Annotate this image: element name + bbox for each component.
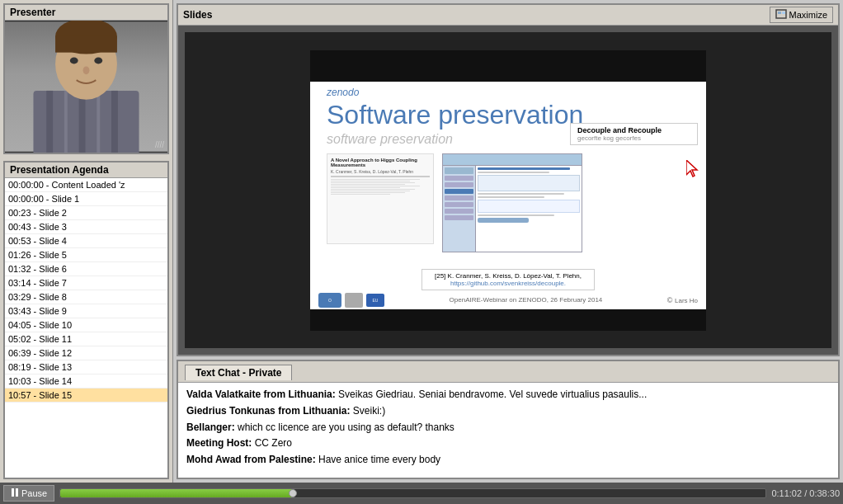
maximize-icon [775, 9, 787, 21]
maximize-label: Maximize [789, 10, 827, 20]
footer-logos: O EU [318, 293, 384, 308]
chat-sender: Valda Valatkaite from Lithuania: [186, 389, 336, 400]
agenda-item[interactable]: 05:02 - Slide 11 [5, 332, 167, 346]
ss-sidebar [443, 166, 476, 252]
slide-wrapper: zenodo Software preservation software pr… [185, 32, 831, 348]
chat-messages[interactable]: Valda Valatkaite from Lithuania: Sveikas… [178, 383, 838, 478]
slide-frame: zenodo Software preservation software pr… [310, 50, 706, 331]
slide-top-bar [310, 50, 706, 82]
svg-rect-18 [12, 488, 14, 497]
svg-point-13 [83, 66, 90, 74]
ss-main [476, 166, 582, 252]
maximize-button[interactable]: Maximize [770, 7, 833, 23]
agenda-item[interactable]: 04:05 - Slide 10 [5, 318, 167, 332]
decouple-subtitle: gecorfte kog gecorfes [577, 134, 690, 142]
slide-bottom-bar [310, 309, 706, 331]
agenda-item[interactable]: 00:43 - Slide 3 [5, 220, 167, 234]
presenter-video: //// [5, 21, 167, 153]
pause-icon [11, 488, 19, 499]
time-current: 0:11:02 [771, 488, 802, 498]
citation-author: [25] K. Cranmer, S. Kreiss, D. López-Val… [429, 272, 587, 280]
agenda-item[interactable]: 01:32 - Slide 6 [5, 262, 167, 276]
agenda-item[interactable]: 03:29 - Slide 8 [5, 290, 167, 304]
chat-message: Meeting Host: CC Zero [186, 436, 830, 450]
left-panel: Presenter [0, 0, 173, 483]
agenda-item[interactable]: 03:14 - Slide 7 [5, 276, 167, 290]
citation-link: https://github.com/svenkreiss/decouple. [429, 280, 587, 287]
agenda-item[interactable]: 00:00:00 - Content Loaded 'z [5, 178, 167, 192]
presenter-title: Presenter [5, 5, 167, 21]
agenda-item[interactable]: 03:43 - Slide 9 [5, 304, 167, 318]
slide-body: zenodo Software preservation software pr… [310, 82, 706, 257]
slide-display: zenodo Software preservation software pr… [178, 26, 838, 355]
agenda-section: Presentation Agenda 00:00:00 - Content L… [3, 161, 169, 479]
svg-point-11 [70, 58, 78, 64]
ss-top-bar [443, 154, 582, 166]
pause-button[interactable]: Pause [3, 485, 54, 502]
agenda-item[interactable]: 00:23 - Slide 2 [5, 206, 167, 220]
progress-bar[interactable] [59, 488, 766, 498]
svg-rect-16 [782, 12, 785, 14]
slide-footer: O EU OpenAIRE-Webinar on ZENODO, 26 Febr… [310, 293, 706, 308]
footer-right-text: © Lars Ho [667, 296, 698, 304]
slide-zenodo-logo: zenodo [327, 87, 690, 98]
agenda-item[interactable]: 00:53 - Slide 4 [5, 234, 167, 248]
svg-point-12 [94, 58, 102, 64]
agenda-item[interactable]: 10:03 - Slide 14 [5, 374, 167, 389]
decouple-title: Decouple and Recouple [577, 126, 690, 134]
chat-title-tab[interactable]: Text Chat - Private [185, 365, 292, 380]
slides-header: Slides Maximize [178, 5, 838, 26]
chat-header: Text Chat - Private [178, 361, 838, 383]
chat-message: Valda Valatkaite from Lithuania: Sveikas… [186, 388, 830, 402]
slide-citation-box: [25] K. Cranmer, S. Kreiss, D. López-Val… [422, 269, 595, 290]
time-display: 0:11:02 / 0:38:30 [771, 488, 840, 498]
agenda-item[interactable]: 01:26 - Slide 5 [5, 248, 167, 262]
chat-text: Sveiki:) [350, 405, 385, 417]
presenter-section: Presenter [3, 3, 169, 154]
agenda-item[interactable]: 08:19 - Slide 13 [5, 360, 167, 374]
chat-sender: Giedrius Tonkunas from Lithuania: [186, 405, 350, 417]
chat-text: CC Zero [252, 437, 292, 449]
chat-message: Bellanger: which cc licence are you usin… [186, 421, 830, 435]
svg-marker-17 [686, 160, 697, 177]
chat-text: Sveikas Giedriau. Seniai bendravome. Vel… [336, 389, 648, 400]
slides-title: Slides [183, 9, 212, 21]
agenda-item[interactable]: 06:39 - Slide 12 [5, 346, 167, 360]
agenda-title: Presentation Agenda [5, 163, 167, 178]
pause-label: Pause [21, 488, 47, 498]
ss-body [443, 166, 582, 252]
progress-fill [60, 489, 293, 497]
chat-sender: Meeting Host: [186, 437, 252, 449]
chat-section: Text Chat - Private Valda Valatkaite fro… [177, 360, 840, 479]
slide-screenshot [442, 153, 582, 252]
bottom-bar: Pause 0:11:02 / 0:38:30 [0, 483, 843, 504]
chat-message: Mohd Awad from Palestine: Have anice tim… [186, 453, 830, 467]
cursor-icon [686, 160, 699, 178]
right-panel: Slides Maximize [173, 0, 843, 483]
agenda-item[interactable]: 00:00:00 - Slide 1 [5, 192, 167, 206]
chat-sender: Mohd Awad from Palestine: [186, 454, 316, 465]
agenda-list[interactable]: 00:00:00 - Content Loaded 'z00:00:00 - S… [5, 178, 167, 478]
chat-message: Giedrius Tonkunas from Lithuania: Sveiki… [186, 404, 830, 418]
chat-text: Have anice time every body [316, 454, 440, 465]
svg-rect-10 [55, 36, 117, 53]
agenda-item[interactable]: 10:57 - Slide 15 [5, 389, 167, 403]
presenter-video-svg [5, 21, 167, 153]
progress-handle[interactable] [289, 489, 297, 497]
video-overlay-lines: //// [155, 140, 164, 149]
svg-rect-19 [16, 488, 18, 497]
slide-paper-preview: A Novel Approach to Higgs Coupling Measu… [327, 153, 434, 244]
slide-inner: A Novel Approach to Higgs Coupling Measu… [327, 153, 690, 252]
footer-center-text: OpenAIRE-Webinar on ZENODO, 26 February … [450, 296, 603, 304]
slides-section: Slides Maximize [177, 3, 840, 356]
svg-rect-15 [778, 12, 781, 14]
chat-text: which cc licence are you using as defaul… [235, 422, 454, 433]
time-total: 0:38:30 [809, 488, 840, 498]
slide-decouple-box: Decouple and Recouple gecorfte kog gecor… [570, 123, 698, 145]
chat-sender: Bellanger: [186, 422, 235, 433]
